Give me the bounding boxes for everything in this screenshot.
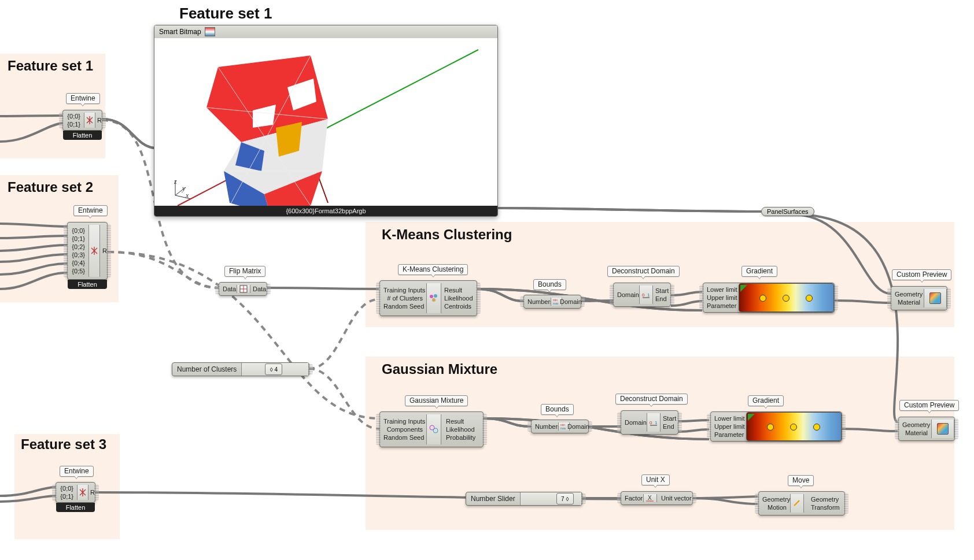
kmeans-in2: Random Seed	[380, 302, 426, 310]
gradient1-in2: Parameter	[703, 302, 738, 310]
decon2-out0: Start	[659, 414, 678, 422]
axis-z: z	[174, 177, 178, 186]
gmm-in0: Training Inputs	[380, 417, 426, 425]
entwine2-out: R	[99, 247, 107, 255]
label-kmeans: K-Means Clustering	[398, 264, 468, 275]
gmm-comp[interactable]: Training Inputs Components Random Seed R…	[379, 411, 484, 447]
label-entwine3: Entwine	[60, 466, 94, 477]
svg-text:0: 0	[650, 420, 652, 425]
entwine2-in2: {0;2}	[68, 243, 88, 251]
bounds2-out: Domain	[564, 422, 588, 431]
gradient2-in0: Lower limit	[711, 414, 746, 422]
gmm-icon	[426, 414, 441, 444]
move-out0: Geometry	[807, 495, 844, 503]
slider-numclusters-knob[interactable]: ◊ 4	[265, 364, 282, 375]
gradient2-in2: Parameter	[711, 431, 746, 439]
entwine1-out: R	[94, 116, 102, 124]
smart-bitmap[interactable]: Smart Bitmap	[154, 25, 498, 217]
preview1-in1: Material	[891, 298, 924, 306]
slider-number2-label: Number Slider	[466, 492, 521, 505]
unitx-in: Factor	[621, 494, 643, 502]
gmm-out2: Probability	[442, 433, 483, 442]
flip-matrix[interactable]: Data Data	[219, 282, 267, 296]
bounds1-in: Numbers	[524, 298, 551, 306]
unitx-out: Unit vector	[658, 494, 692, 502]
title-gmm: Gaussian Mixture	[382, 361, 497, 377]
label-entwine1: Entwine	[66, 93, 100, 104]
gmm-out1: Likelihood	[442, 425, 483, 433]
bounds2-in: Numbers	[532, 422, 558, 431]
label-bounds1: Bounds	[533, 279, 566, 290]
slider-numclusters-value: ◊ 4	[270, 366, 278, 373]
label-gmm: Gaussian Mixture	[405, 395, 468, 406]
decon2[interactable]: Domain 01 Start End	[621, 410, 678, 435]
kmeans-out1: Likelihood	[441, 294, 477, 302]
preview2[interactable]: Geometry Material	[898, 417, 955, 441]
slider-number2-knob[interactable]: 7 ◊	[556, 493, 574, 505]
kmeans-out0: Result	[441, 286, 477, 294]
svg-text:1: 1	[655, 420, 658, 425]
label-flip: Flip Matrix	[224, 266, 265, 277]
svg-point-4	[434, 294, 437, 298]
preview1[interactable]: Geometry Material	[891, 286, 947, 310]
decon2-out1: End	[659, 422, 678, 431]
decon1-in: Domain	[614, 291, 639, 299]
bounds1-out: Domain	[556, 298, 581, 306]
label-decon2: Deconstruct Domain	[615, 394, 688, 405]
label-gradient1: Gradient	[741, 266, 777, 277]
svg-point-3	[430, 295, 433, 298]
preview-icon	[931, 420, 954, 438]
panel-surfaces[interactable]: PanelSurfaces	[761, 207, 814, 216]
flatten-tag-1: Flatten	[63, 131, 102, 140]
preview-icon	[924, 289, 947, 307]
label-entwine2: Entwine	[73, 205, 108, 216]
unitx[interactable]: Factor X Unit vector	[621, 491, 693, 505]
label-preview2: Custom Preview	[899, 400, 959, 411]
bitmap-title: Smart Bitmap	[159, 28, 201, 36]
gmm-in2: Random Seed	[380, 433, 426, 442]
gradient1-strip[interactable]	[739, 283, 834, 312]
slider-number2[interactable]: Number Slider 7 ◊	[466, 492, 582, 506]
preview2-in0: Geometry	[899, 421, 931, 429]
entwine-icon	[88, 225, 100, 277]
title-fs3: Feature set 3	[21, 436, 106, 453]
move[interactable]: Geometry Motion Geometry Transform	[758, 491, 845, 516]
label-preview1: Custom Preview	[892, 269, 951, 280]
entwine1[interactable]: {0;0} {0;1} R Flatten	[62, 110, 102, 131]
entwine3-out: R	[87, 488, 95, 496]
slider-numclusters[interactable]: Number of Clusters ◊ 4	[172, 362, 309, 376]
title-fs1-top: Feature set 1	[179, 5, 272, 23]
bitmap-footer: {600x300}Format32bppArgb	[154, 206, 497, 216]
bounds2[interactable]: Numbers minmax Domain	[531, 420, 589, 433]
label-gradient2: Gradient	[748, 395, 784, 406]
decon1[interactable]: Domain 01 Start End	[613, 283, 671, 307]
bounds1[interactable]: Numbers minmax Domain	[523, 295, 581, 309]
preview1-in0: Geometry	[891, 290, 924, 298]
kmeans-comp[interactable]: Training Inputs # of Clusters Random See…	[379, 280, 477, 316]
svg-point-5	[432, 298, 436, 302]
entwine2-in4: {0;4}	[68, 259, 88, 267]
title-fs1: Feature set 1	[8, 58, 93, 74]
gradient2-strip[interactable]	[746, 412, 842, 441]
label-move: Move	[788, 475, 814, 486]
entwine3-in1: {0;1}	[56, 492, 77, 500]
matrix-icon	[237, 285, 250, 293]
entwine3[interactable]: {0;0} {0;1} R Flatten	[56, 482, 95, 503]
move-in1: Motion	[759, 503, 790, 511]
kmeans-in0: Training Inputs	[380, 286, 426, 294]
entwine2-in5: {0;5}	[68, 267, 88, 275]
gmm-out0: Result	[442, 417, 483, 425]
bitmap-thumb-icon	[205, 27, 215, 36]
entwine2-in0: {0;0}	[68, 227, 88, 235]
flatten-tag-3: Flatten	[56, 503, 95, 512]
label-bounds2: Bounds	[541, 404, 574, 415]
domain-icon: 01	[639, 285, 653, 304]
flip-in: Data	[219, 285, 237, 293]
title-fs2: Feature set 2	[8, 179, 93, 195]
svg-line-21	[305, 50, 478, 139]
entwine2[interactable]: {0;0} {0;1} {0;2} {0;3} {0;4} {0;5} R Fl…	[67, 222, 108, 280]
slider-numclusters-label: Number of Clusters	[172, 363, 242, 376]
move-icon	[790, 494, 804, 513]
gmm-in1: Components	[380, 425, 426, 433]
svg-text:X: X	[648, 495, 652, 501]
